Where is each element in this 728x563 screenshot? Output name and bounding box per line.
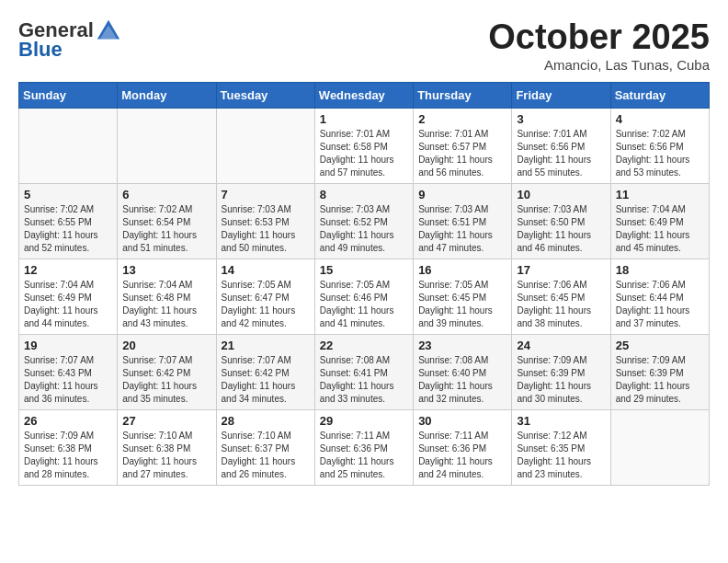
day-info: Sunrise: 7:11 AM Sunset: 6:36 PM Dayligh… <box>418 430 506 481</box>
day-info: Sunrise: 7:07 AM Sunset: 6:43 PM Dayligh… <box>24 354 112 406</box>
day-info: Sunrise: 7:04 AM Sunset: 6:48 PM Dayligh… <box>122 279 210 330</box>
day-info: Sunrise: 7:02 AM Sunset: 6:54 PM Dayligh… <box>122 203 210 255</box>
day-info: Sunrise: 7:08 AM Sunset: 6:40 PM Dayligh… <box>418 354 506 406</box>
calendar-cell: 26Sunrise: 7:09 AM Sunset: 6:38 PM Dayli… <box>19 409 118 485</box>
calendar-cell: 22Sunrise: 7:08 AM Sunset: 6:41 PM Dayli… <box>314 334 413 409</box>
logo-text: General Blue <box>18 18 123 61</box>
day-number: 4 <box>616 112 704 126</box>
calendar-cell: 20Sunrise: 7:07 AM Sunset: 6:42 PM Dayli… <box>118 334 216 409</box>
day-number: 21 <box>222 339 310 352</box>
day-info: Sunrise: 7:05 AM Sunset: 6:47 PM Dayligh… <box>222 279 310 330</box>
calendar-week-2: 5Sunrise: 7:02 AM Sunset: 6:55 PM Daylig… <box>19 183 710 259</box>
day-number: 8 <box>320 188 408 201</box>
day-info: Sunrise: 7:03 AM Sunset: 6:53 PM Dayligh… <box>222 203 310 255</box>
day-info: Sunrise: 7:01 AM Sunset: 6:56 PM Dayligh… <box>517 128 605 179</box>
day-info: Sunrise: 7:02 AM Sunset: 6:56 PM Dayligh… <box>616 128 704 179</box>
calendar-cell: 4Sunrise: 7:02 AM Sunset: 6:56 PM Daylig… <box>610 108 709 183</box>
calendar-week-4: 19Sunrise: 7:07 AM Sunset: 6:43 PM Dayli… <box>19 334 710 409</box>
day-number: 15 <box>320 263 408 277</box>
calendar-cell: 17Sunrise: 7:06 AM Sunset: 6:45 PM Dayli… <box>512 259 610 334</box>
day-number: 16 <box>418 263 506 277</box>
calendar-cell: 31Sunrise: 7:12 AM Sunset: 6:35 PM Dayli… <box>512 409 610 485</box>
calendar-cell: 12Sunrise: 7:04 AM Sunset: 6:49 PM Dayli… <box>19 259 118 334</box>
day-number: 5 <box>24 188 112 201</box>
day-number: 31 <box>517 414 605 428</box>
calendar-table: SundayMondayTuesdayWednesdayThursdayFrid… <box>18 82 710 486</box>
day-info: Sunrise: 7:10 AM Sunset: 6:38 PM Dayligh… <box>122 430 210 481</box>
weekday-friday: Friday <box>512 82 610 108</box>
day-number: 12 <box>24 263 112 277</box>
weekday-monday: Monday <box>118 82 216 108</box>
calendar-cell: 19Sunrise: 7:07 AM Sunset: 6:43 PM Dayli… <box>19 334 118 409</box>
day-info: Sunrise: 7:06 AM Sunset: 6:44 PM Dayligh… <box>616 279 704 330</box>
calendar-week-1: 1Sunrise: 7:01 AM Sunset: 6:58 PM Daylig… <box>19 108 710 183</box>
calendar-cell: 30Sunrise: 7:11 AM Sunset: 6:36 PM Dayli… <box>414 409 512 485</box>
day-number: 27 <box>122 414 210 428</box>
calendar-cell: 13Sunrise: 7:04 AM Sunset: 6:48 PM Dayli… <box>118 259 216 334</box>
day-info: Sunrise: 7:03 AM Sunset: 6:51 PM Dayligh… <box>418 203 506 255</box>
day-number: 11 <box>616 188 704 201</box>
calendar-cell: 29Sunrise: 7:11 AM Sunset: 6:36 PM Dayli… <box>314 409 413 485</box>
day-number: 13 <box>122 263 210 277</box>
calendar-cell: 25Sunrise: 7:09 AM Sunset: 6:39 PM Dayli… <box>610 334 709 409</box>
calendar-cell: 2Sunrise: 7:01 AM Sunset: 6:57 PM Daylig… <box>414 108 512 183</box>
calendar-cell <box>19 108 118 183</box>
day-number: 26 <box>24 414 112 428</box>
calendar-cell: 11Sunrise: 7:04 AM Sunset: 6:49 PM Dayli… <box>610 183 709 259</box>
day-info: Sunrise: 7:05 AM Sunset: 6:46 PM Dayligh… <box>320 279 408 330</box>
day-number: 6 <box>122 188 210 201</box>
month-title: October 2025 <box>488 18 710 57</box>
day-info: Sunrise: 7:08 AM Sunset: 6:41 PM Dayligh… <box>320 354 408 406</box>
calendar-cell: 9Sunrise: 7:03 AM Sunset: 6:51 PM Daylig… <box>414 183 512 259</box>
calendar-cell: 15Sunrise: 7:05 AM Sunset: 6:46 PM Dayli… <box>314 259 413 334</box>
day-info: Sunrise: 7:05 AM Sunset: 6:45 PM Dayligh… <box>418 279 506 330</box>
calendar-cell: 24Sunrise: 7:09 AM Sunset: 6:39 PM Dayli… <box>512 334 610 409</box>
day-number: 19 <box>24 339 112 352</box>
calendar-cell: 27Sunrise: 7:10 AM Sunset: 6:38 PM Dayli… <box>118 409 216 485</box>
weekday-saturday: Saturday <box>610 82 709 108</box>
calendar-week-3: 12Sunrise: 7:04 AM Sunset: 6:49 PM Dayli… <box>19 259 710 334</box>
calendar-cell: 10Sunrise: 7:03 AM Sunset: 6:50 PM Dayli… <box>512 183 610 259</box>
calendar-cell <box>216 108 314 183</box>
title-block: October 2025 Amancio, Las Tunas, Cuba <box>488 18 710 73</box>
calendar-cell: 18Sunrise: 7:06 AM Sunset: 6:44 PM Dayli… <box>610 259 709 334</box>
day-info: Sunrise: 7:07 AM Sunset: 6:42 PM Dayligh… <box>122 354 210 406</box>
calendar-cell: 7Sunrise: 7:03 AM Sunset: 6:53 PM Daylig… <box>216 183 314 259</box>
day-number: 3 <box>517 112 605 126</box>
day-number: 14 <box>222 263 310 277</box>
weekday-tuesday: Tuesday <box>216 82 314 108</box>
day-number: 2 <box>418 112 506 126</box>
day-number: 30 <box>418 414 506 428</box>
day-number: 18 <box>616 263 704 277</box>
weekday-wednesday: Wednesday <box>314 82 413 108</box>
day-info: Sunrise: 7:10 AM Sunset: 6:37 PM Dayligh… <box>222 430 310 481</box>
page-header: General Blue October 2025 Amancio, Las T… <box>18 18 710 73</box>
day-number: 24 <box>517 339 605 352</box>
day-number: 9 <box>418 188 506 201</box>
day-info: Sunrise: 7:07 AM Sunset: 6:42 PM Dayligh… <box>222 354 310 406</box>
day-info: Sunrise: 7:01 AM Sunset: 6:58 PM Dayligh… <box>320 128 408 179</box>
calendar-cell: 21Sunrise: 7:07 AM Sunset: 6:42 PM Dayli… <box>216 334 314 409</box>
calendar-cell: 14Sunrise: 7:05 AM Sunset: 6:47 PM Dayli… <box>216 259 314 334</box>
calendar-cell: 16Sunrise: 7:05 AM Sunset: 6:45 PM Dayli… <box>414 259 512 334</box>
calendar-cell: 28Sunrise: 7:10 AM Sunset: 6:37 PM Dayli… <box>216 409 314 485</box>
calendar-cell <box>118 108 216 183</box>
day-info: Sunrise: 7:02 AM Sunset: 6:55 PM Dayligh… <box>24 203 112 255</box>
logo: General Blue <box>18 18 123 61</box>
calendar-cell: 3Sunrise: 7:01 AM Sunset: 6:56 PM Daylig… <box>512 108 610 183</box>
day-info: Sunrise: 7:03 AM Sunset: 6:52 PM Dayligh… <box>320 203 408 255</box>
day-number: 7 <box>222 188 310 201</box>
day-info: Sunrise: 7:12 AM Sunset: 6:35 PM Dayligh… <box>517 430 605 481</box>
calendar-cell: 6Sunrise: 7:02 AM Sunset: 6:54 PM Daylig… <box>118 183 216 259</box>
day-info: Sunrise: 7:04 AM Sunset: 6:49 PM Dayligh… <box>616 203 704 255</box>
calendar-cell: 23Sunrise: 7:08 AM Sunset: 6:40 PM Dayli… <box>414 334 512 409</box>
day-number: 20 <box>122 339 210 352</box>
calendar-week-5: 26Sunrise: 7:09 AM Sunset: 6:38 PM Dayli… <box>19 409 710 485</box>
weekday-header-row: SundayMondayTuesdayWednesdayThursdayFrid… <box>19 82 710 108</box>
day-number: 28 <box>222 414 310 428</box>
location-subtitle: Amancio, Las Tunas, Cuba <box>488 57 710 73</box>
calendar-cell <box>610 409 709 485</box>
day-number: 10 <box>517 188 605 201</box>
day-info: Sunrise: 7:11 AM Sunset: 6:36 PM Dayligh… <box>320 430 408 481</box>
calendar-cell: 8Sunrise: 7:03 AM Sunset: 6:52 PM Daylig… <box>314 183 413 259</box>
